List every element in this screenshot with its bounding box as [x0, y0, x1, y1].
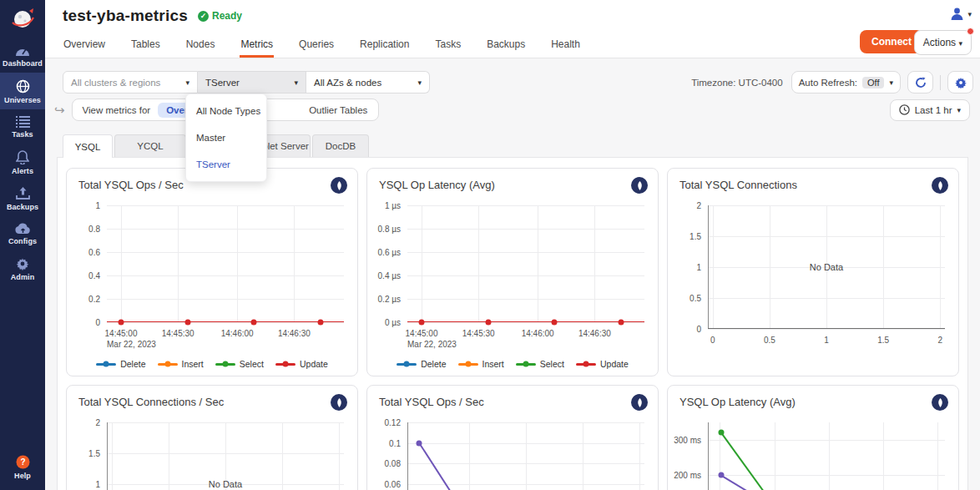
x-tick-label: 14:46:30	[278, 329, 311, 338]
clock-icon	[899, 104, 910, 115]
configs-cloud-icon	[15, 223, 31, 235]
tasks-icon	[16, 116, 30, 128]
node-type-dropdown-menu: All Node TypesMasterTServer	[185, 93, 267, 182]
y-tick-label: 300 ms	[674, 436, 701, 445]
sidebar-item-configs[interactable]: Configs	[0, 216, 45, 250]
chart-plot-area: 0.120.10.080.060.040.020	[407, 422, 644, 490]
node-type-select[interactable]: TServer ▾	[198, 71, 306, 93]
nav-tab-tables[interactable]: Tables	[130, 33, 161, 58]
legend-item-insert[interactable]: Insert	[158, 359, 204, 369]
nav-tab-overview[interactable]: Overview	[63, 33, 106, 58]
auto-refresh-value: Off	[862, 77, 884, 88]
chart-plot-area: 1 µs0.8 µs0.6 µs0.4 µs0.2 µs0 µs14:45:00…	[407, 205, 644, 322]
node-type-option-tserver[interactable]: TServer	[186, 151, 266, 178]
chart-title: Total YSQL Connections	[679, 179, 947, 191]
chart-card-total-ysql-ops-sec-2: Total YSQL Ops / Sec 0.120.10.080.060.04…	[366, 385, 659, 490]
chart-card-ysql-op-latency: YSQL Op Latency (Avg) 1 µs0.8 µs0.6 µs0.…	[366, 168, 659, 376]
yugabyte-chart-icon	[631, 394, 648, 411]
node-type-option-master[interactable]: Master	[186, 124, 266, 151]
y-tick-label: 0.06	[385, 480, 401, 489]
auto-refresh-toggle[interactable]: Auto Refresh: Off ▾	[791, 71, 901, 93]
yugabyte-chart-icon	[331, 394, 347, 411]
chart-card-total-ysql-connections-sec: Total YSQL Connections / Sec 21.510.5000…	[66, 385, 358, 490]
metrics-filter-bar: All clusters & regions ▾ TServer ▾ All A…	[63, 71, 973, 93]
legend-item-update[interactable]: Update	[576, 359, 629, 369]
backups-icon	[16, 187, 30, 200]
sidebar-item-help[interactable]: ? Help	[0, 448, 45, 485]
universe-nav-tabs: OverviewTablesNodesMetricsQueriesReplica…	[63, 33, 581, 58]
y-tick-label: 1	[95, 480, 100, 489]
metric-tab-docdb[interactable]: DocDB	[312, 134, 369, 157]
universe-header: test-yba-metrics ✓ Ready ▾ OverviewTable…	[45, 0, 980, 58]
x-tick-label: 14:45:30	[162, 329, 194, 338]
chevron-down-icon: ▾	[185, 78, 189, 87]
universe-title: test-yba-metrics	[63, 7, 188, 25]
y-tick-label: 1.5	[690, 232, 701, 241]
y-tick-label: 0.2	[88, 295, 100, 304]
y-tick-label: 0	[95, 318, 100, 327]
refresh-button[interactable]	[907, 71, 933, 93]
sidebar-item-dashboard[interactable]: Dashboard	[0, 38, 45, 73]
metrics-settings-button[interactable]	[947, 71, 973, 93]
data-point-marker	[718, 429, 724, 435]
data-point-marker	[618, 320, 624, 326]
chart-plot-area: 300 ms200 ms100 ms0 ms	[708, 422, 945, 490]
metric-tab-ycql[interactable]: YCQL	[114, 134, 186, 157]
actions-button[interactable]: Actions ▾	[914, 30, 972, 55]
legend-item-select[interactable]: Select	[516, 359, 564, 369]
sidebar-item-admin[interactable]: Admin	[0, 250, 45, 286]
x-tick-label: 2	[938, 336, 943, 345]
legend-item-insert[interactable]: Insert	[458, 359, 504, 369]
sidebar-item-backups[interactable]: Backups	[0, 180, 45, 216]
yugabyte-chart-icon	[932, 177, 948, 194]
node-type-option-all-node-types[interactable]: All Node Types	[186, 98, 266, 124]
y-tick-label: 0 µs	[385, 318, 401, 327]
nav-tab-tasks[interactable]: Tasks	[434, 33, 462, 58]
x-tick-label: 1.5	[877, 336, 889, 345]
yugabyte-logo-icon[interactable]	[0, 0, 45, 38]
x-tick-label: 0.5	[764, 336, 775, 345]
refresh-icon	[915, 77, 927, 88]
az-node-select[interactable]: All AZs & nodes ▾	[306, 71, 430, 93]
x-tick-label: 1	[824, 336, 829, 345]
chart-card-ysql-op-latency-2: YSQL Op Latency (Avg) 300 ms200 ms100 ms…	[667, 385, 959, 490]
x-tick-label: 14:45:30	[462, 329, 495, 338]
nav-tab-metrics[interactable]: Metrics	[240, 33, 274, 58]
y-tick-label: 0.08	[385, 459, 401, 468]
chart-card-total-ysql-connections: Total YSQL Connections 21.510.5000.511.5…	[667, 168, 959, 376]
y-tick-label: 0.6	[88, 248, 100, 257]
sidebar-item-tasks[interactable]: Tasks	[0, 109, 45, 144]
yugabyte-chart-icon	[932, 394, 948, 411]
segment-outlier-tables[interactable]: Outlier Tables	[301, 103, 376, 118]
sidebar-item-alerts[interactable]: Alerts	[0, 144, 45, 180]
sidebar-item-universes[interactable]: Universes	[0, 73, 45, 109]
x-tick-label: 14:46:00	[522, 329, 554, 338]
help-icon: ?	[16, 455, 30, 469]
y-tick-label: 1.5	[88, 449, 100, 458]
x-axis-date-label: Mar 22, 2023	[107, 340, 156, 349]
user-avatar-icon	[950, 7, 964, 21]
nav-tab-backups[interactable]: Backups	[486, 33, 526, 58]
nav-tab-nodes[interactable]: Nodes	[185, 33, 216, 58]
nav-tab-health[interactable]: Health	[550, 33, 581, 58]
time-range-button[interactable]: Last 1 hr ▾	[890, 99, 970, 121]
y-tick-label: 200 ms	[674, 471, 701, 480]
charts-panel: Total YSQL Ops / Sec 10.80.60.40.2014:45…	[57, 157, 968, 490]
legend-item-delete[interactable]: Delete	[397, 359, 446, 369]
chevron-down-icon: ▾	[967, 10, 972, 18]
nav-tab-replication[interactable]: Replication	[359, 33, 410, 58]
chart-legend: DeleteInsertSelectUpdate	[67, 359, 357, 369]
legend-item-delete[interactable]: Delete	[96, 359, 145, 369]
legend-item-select[interactable]: Select	[215, 359, 264, 369]
legend-item-update[interactable]: Update	[275, 359, 328, 369]
nav-tab-queries[interactable]: Queries	[298, 33, 335, 58]
metric-tab-ysql[interactable]: YSQL	[63, 134, 113, 158]
y-tick-label: 0.2 µs	[378, 295, 401, 304]
y-tick-label: 0.4 µs	[378, 271, 401, 280]
user-menu[interactable]: ▾	[950, 7, 972, 21]
admin-gear-icon	[16, 257, 29, 270]
hook-arrow-icon: ↪	[54, 103, 65, 118]
cluster-region-select[interactable]: All clusters & regions ▾	[63, 71, 198, 93]
y-tick-label: 0.4	[88, 271, 100, 280]
y-tick-label: 2	[696, 201, 701, 210]
